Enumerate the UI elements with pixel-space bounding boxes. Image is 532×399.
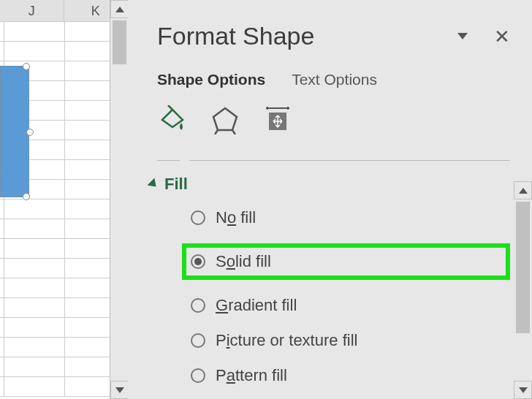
svg-marker-0 [213, 108, 237, 130]
size-category-button[interactable] [262, 104, 293, 135]
paint-bucket-icon [158, 105, 187, 134]
radio-solid-fill[interactable]: Solid fill [182, 243, 510, 280]
resize-handle[interactable] [26, 129, 34, 136]
scroll-down-button[interactable] [514, 381, 532, 399]
radio-label: Picture or texture fill [216, 331, 357, 350]
col-header-j[interactable]: J [0, 0, 64, 21]
arrow-down-icon [115, 387, 124, 393]
collapse-triangle-icon [148, 178, 160, 191]
tab-shape-options[interactable]: Shape Options [157, 71, 265, 88]
scrollbar-thumb[interactable] [516, 202, 530, 333]
panel-title: Format Shape [157, 22, 314, 50]
arrow-up-icon [115, 7, 124, 12]
scrollbar-thumb[interactable] [113, 20, 126, 64]
scroll-down-button[interactable] [110, 381, 129, 399]
panel-scrollbar[interactable] [514, 181, 532, 399]
svg-line-2 [232, 130, 235, 134]
radio-icon [191, 254, 205, 269]
panel-options-button[interactable] [457, 33, 468, 39]
panel-tabs: Shape Options Text Options [157, 71, 510, 88]
scroll-up-button[interactable] [514, 181, 532, 200]
radio-label: Solid fill [216, 252, 271, 271]
radio-icon [191, 333, 205, 348]
radio-icon [191, 210, 205, 225]
resize-handle[interactable] [23, 193, 30, 200]
tab-text-options[interactable]: Text Options [292, 71, 377, 88]
fill-line-category-button[interactable] [157, 104, 188, 135]
resize-handle[interactable] [23, 63, 30, 70]
category-icons [157, 104, 510, 135]
close-button[interactable]: ✕ [494, 27, 510, 46]
arrow-down-icon [519, 387, 528, 393]
svg-line-1 [215, 130, 218, 134]
radio-label: Pattern fill [216, 366, 287, 385]
radio-label: Gradient fill [216, 296, 297, 315]
section-divider [157, 153, 510, 167]
section-title: Fill [164, 175, 188, 194]
selected-shape[interactable] [0, 66, 29, 197]
radio-gradient-fill[interactable]: Gradient fill [191, 296, 510, 315]
pentagon-icon [210, 105, 240, 134]
sheet-scrollbar[interactable] [110, 0, 128, 399]
size-properties-icon [263, 105, 292, 134]
chevron-down-icon [457, 33, 468, 39]
format-shape-panel: Format Shape ✕ Shape Options Text Option… [128, 0, 532, 399]
radio-icon [191, 368, 205, 383]
radio-icon [191, 298, 205, 313]
column-headers: J K [0, 0, 128, 22]
close-icon: ✕ [494, 26, 510, 48]
scroll-up-button[interactable] [110, 0, 129, 18]
radio-label: No fill [216, 208, 256, 227]
arrow-up-icon [519, 188, 528, 194]
spreadsheet-area: J K [0, 0, 128, 399]
radio-no-fill[interactable]: No fill [191, 208, 510, 227]
active-category-indicator [179, 154, 191, 162]
fill-options-group: No fill Solid fill Gradient fill Picture… [157, 208, 510, 385]
effects-category-button[interactable] [210, 104, 240, 135]
radio-pattern-fill[interactable]: Pattern fill [191, 366, 510, 385]
fill-section-header[interactable]: Fill [150, 175, 510, 194]
radio-picture-fill[interactable]: Picture or texture fill [191, 331, 510, 350]
